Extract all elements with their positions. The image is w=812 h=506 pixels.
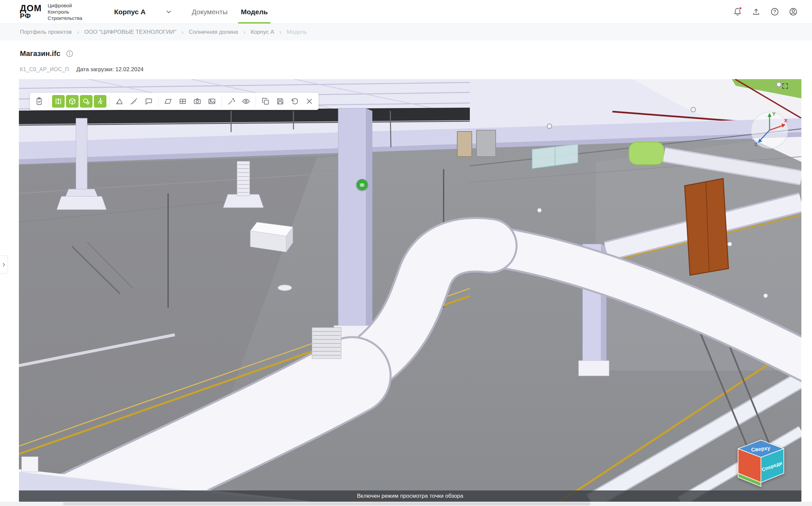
header-icons: ? <box>732 6 799 17</box>
breadcrumb-item[interactable]: Портфель проектов <box>20 29 72 35</box>
toolbar-divider <box>110 96 110 107</box>
close-icon <box>305 97 314 106</box>
clip-box-icon <box>179 97 187 106</box>
breadcrumb-separator-icon: › <box>279 29 281 36</box>
angle-ruler-icon <box>115 97 124 106</box>
comment-button[interactable] <box>142 95 155 108</box>
save-view-button[interactable] <box>274 95 287 108</box>
brand-block: ДОМ РФ Цифровой Контроль Строительства <box>20 2 82 21</box>
floor-box <box>250 222 293 252</box>
axis-z-label: Z <box>754 142 757 147</box>
chevron-right-icon <box>1 262 6 267</box>
app-header: ДОМ РФ Цифровой Контроль Строительства К… <box>0 0 812 24</box>
breadcrumb-item[interactable]: ООО "ЦИФРОВЫЕ ТЕХНОЛОГИИ" <box>84 29 176 35</box>
model-structure-button[interactable] <box>80 95 92 108</box>
magic-wand-icon <box>227 97 236 106</box>
clip-box-button[interactable] <box>176 95 189 108</box>
angle-measure-button[interactable] <box>113 95 126 108</box>
fullscreen-icon <box>782 82 789 90</box>
upload-date: Дата загрузки: 12.02.2024 <box>76 66 144 73</box>
domrf-logo[interactable]: ДОМ РФ <box>20 4 42 19</box>
viewpoint-marker[interactable] <box>356 179 368 190</box>
toolbar-divider <box>158 96 158 107</box>
model-code: К1_С0_АР_ИОС_П <box>20 67 69 73</box>
measure-line-button[interactable] <box>127 95 141 108</box>
breadcrumb-item[interactable]: Корпус А <box>251 29 274 35</box>
title-row: Магазин.ifc <box>20 49 74 58</box>
walk-person-icon <box>96 97 104 105</box>
image-icon <box>208 97 216 106</box>
ruler-line-icon <box>130 97 138 106</box>
horizontal-scrollbar[interactable] <box>0 502 812 506</box>
breadcrumb-item-current: Модель <box>287 29 307 35</box>
brand-line: Цифровой <box>48 2 82 9</box>
account-icon <box>789 7 798 16</box>
camera-icon <box>193 97 202 106</box>
notes-clipboard-button[interactable] <box>32 95 46 108</box>
central-column <box>334 108 373 342</box>
eye-icon <box>242 97 250 106</box>
viewer-toolbar <box>30 93 319 110</box>
toolbar-divider <box>221 96 222 107</box>
axis-y-label: Y <box>772 111 775 116</box>
app-page: ДОМ РФ Цифровой Контроль Строительства К… <box>0 0 812 506</box>
model-viewer[interactable]: Y X Z Сверху Спереди Включен режим просм… <box>19 79 801 502</box>
breadcrumb: Портфель проектов › ООО "ЦИФРОВЫЕ ТЕХНОЛ… <box>0 24 812 40</box>
help-button[interactable]: ? <box>769 6 780 17</box>
clipboard-icon <box>35 97 44 106</box>
viewer-status-bar: Включен режим просмотра точки обзора <box>19 490 801 502</box>
isolate-cube-button[interactable] <box>66 95 79 108</box>
info-icon <box>66 50 74 58</box>
tab-documents[interactable]: Документы <box>191 0 228 23</box>
cube-gear-icon <box>82 97 90 105</box>
main-nav: Документы Модель <box>191 0 269 23</box>
breadcrumb-item[interactable]: Солнечная долина <box>189 29 238 35</box>
account-button[interactable] <box>788 6 799 17</box>
close-view-button[interactable] <box>303 95 316 108</box>
breadcrumb-separator-icon: › <box>77 29 79 36</box>
toolbar-divider <box>49 96 49 107</box>
walk-mode-button[interactable] <box>94 95 107 108</box>
navigation-cube[interactable]: Сверху Спереди <box>733 433 789 490</box>
undo-icon <box>290 97 299 106</box>
copy-view-button[interactable] <box>259 95 272 108</box>
visibility-button[interactable] <box>240 95 253 108</box>
selection-mode-button[interactable] <box>52 95 65 108</box>
section-plane-button[interactable] <box>161 95 175 108</box>
section-plane-icon <box>164 97 173 106</box>
notification-dot <box>739 7 742 10</box>
brand-title: Цифровой Контроль Строительства <box>48 2 82 21</box>
save-icon <box>276 97 284 106</box>
brand-line: Контроль <box>48 9 82 15</box>
extents-icon <box>54 97 62 105</box>
logo-line-1: ДОМ <box>20 4 42 13</box>
copy-icon <box>261 97 270 106</box>
magic-wand-button[interactable] <box>225 95 238 108</box>
upload-icon <box>752 7 761 16</box>
model-info-button[interactable] <box>65 49 74 58</box>
project-selector-label: Корпус А <box>114 8 146 16</box>
tab-model[interactable]: Модель <box>240 0 268 23</box>
svg-text:?: ? <box>773 9 776 14</box>
cube-icon <box>68 97 76 105</box>
comment-icon <box>144 97 153 106</box>
help-icon: ? <box>770 7 779 16</box>
project-selector[interactable]: Корпус А <box>114 8 173 16</box>
chevron-down-icon <box>165 8 173 16</box>
axis-gizmo[interactable]: Y X Z <box>750 110 790 150</box>
green-duct-elbow <box>629 142 664 165</box>
breadcrumb-separator-icon: › <box>244 29 245 36</box>
scrollbar-thumb[interactable] <box>63 502 590 505</box>
page-title: Магазин.ifc <box>20 49 60 58</box>
screenshot-button[interactable] <box>191 95 204 108</box>
left-panel-toggle[interactable] <box>0 255 8 274</box>
toolbar-divider <box>256 96 256 107</box>
model-meta: К1_С0_АР_ИОС_П Дата загрузки: 12.02.2024 <box>20 66 144 73</box>
viewpoint-camera-icon <box>359 182 365 188</box>
undo-button[interactable] <box>288 95 301 108</box>
logo-line-2: РФ <box>20 13 42 19</box>
upload-button[interactable] <box>750 6 762 17</box>
image-button[interactable] <box>205 95 218 108</box>
notifications-button[interactable] <box>732 6 743 17</box>
fullscreen-button[interactable] <box>781 82 790 90</box>
